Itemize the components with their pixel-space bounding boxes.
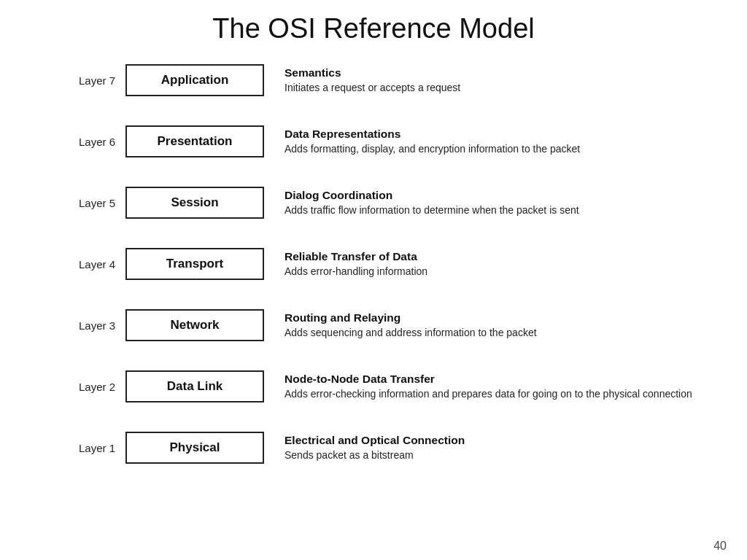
- osi-table: Layer 7 Application Semantics Initiates …: [53, 52, 694, 476]
- layer-desc-5: Dialog Coordination Adds traffic flow in…: [264, 189, 694, 217]
- layer-desc-title-3: Routing and Relaying: [285, 311, 694, 324]
- layer-label-5: Layer 5: [60, 197, 125, 209]
- layer-box-3: Network: [125, 309, 264, 341]
- page-title: The OSI Reference Model: [0, 0, 747, 52]
- osi-row-layer-4: Layer 4 Transport Reliable Transfer of D…: [60, 236, 694, 292]
- layer-desc-text-3: Adds sequencing and address information …: [285, 326, 694, 340]
- layer-box-2: Data Link: [125, 370, 264, 402]
- layer-label-6: Layer 6: [60, 136, 125, 148]
- osi-row-layer-6: Layer 6 Presentation Data Representation…: [60, 113, 694, 170]
- layer-desc-text-4: Adds error-handling information: [285, 265, 694, 279]
- layer-desc-text-2: Adds error-checking information and prep…: [285, 387, 694, 401]
- layer-label-4: Layer 4: [60, 258, 125, 271]
- layer-label-3: Layer 3: [60, 319, 125, 332]
- layer-desc-3: Routing and Relaying Adds sequencing and…: [264, 311, 694, 340]
- layer-box-6: Presentation: [125, 125, 264, 158]
- layer-desc-7: Semantics Initiates a request or accepts…: [264, 66, 694, 95]
- layer-desc-2: Node-to-Node Data Transfer Adds error-ch…: [264, 373, 694, 401]
- layer-label-1: Layer 1: [60, 442, 125, 454]
- layer-box-7: Application: [125, 64, 264, 96]
- osi-row-layer-2: Layer 2 Data Link Node-to-Node Data Tran…: [60, 358, 694, 415]
- layer-desc-text-5: Adds traffic flow information to determi…: [285, 203, 694, 217]
- layer-desc-6: Data Representations Adds formatting, di…: [264, 128, 694, 156]
- osi-row-layer-7: Layer 7 Application Semantics Initiates …: [60, 52, 694, 109]
- layer-desc-title-5: Dialog Coordination: [285, 189, 694, 202]
- layer-box-4: Transport: [125, 248, 264, 280]
- layer-desc-title-4: Reliable Transfer of Data: [285, 250, 694, 263]
- layer-desc-text-1: Sends packet as a bitstream: [285, 448, 694, 462]
- layer-desc-title-1: Electrical and Optical Connection: [285, 434, 694, 447]
- layer-box-1: Physical: [125, 432, 264, 464]
- layer-desc-title-7: Semantics: [285, 66, 694, 79]
- layer-desc-text-7: Initiates a request or accepts a request: [285, 81, 694, 95]
- layer-desc-title-6: Data Representations: [285, 128, 694, 141]
- osi-row-layer-3: Layer 3 Network Routing and Relaying Add…: [60, 297, 694, 354]
- page-number: 40: [713, 540, 727, 553]
- layer-desc-4: Reliable Transfer of Data Adds error-han…: [264, 250, 694, 279]
- osi-row-layer-1: Layer 1 Physical Electrical and Optical …: [60, 419, 694, 476]
- layer-desc-text-6: Adds formatting, display, and encryption…: [285, 142, 694, 156]
- layer-label-2: Layer 2: [60, 381, 125, 393]
- layer-desc-title-2: Node-to-Node Data Transfer: [285, 373, 694, 386]
- layer-desc-1: Electrical and Optical Connection Sends …: [264, 434, 694, 462]
- osi-row-layer-5: Layer 5 Session Dialog Coordination Adds…: [60, 174, 694, 231]
- layer-box-5: Session: [125, 187, 264, 219]
- layer-label-7: Layer 7: [60, 74, 125, 87]
